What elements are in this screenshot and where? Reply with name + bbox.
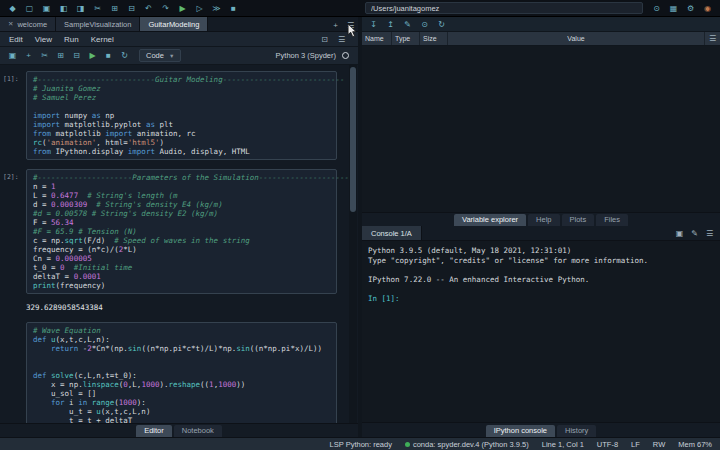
tab-notebook[interactable]: Notebook	[174, 425, 222, 437]
tab-files[interactable]: Files	[596, 214, 628, 226]
search-icon[interactable]: ⊙	[417, 17, 432, 32]
tab-label: SampleVisualization	[64, 20, 131, 29]
console-tabbar: Console 1/A ▣✎☰	[362, 226, 720, 241]
menu-kernel[interactable]: Kernel	[91, 35, 114, 44]
save-data-icon[interactable]: ↥	[383, 17, 398, 32]
header-menu-icon[interactable]: ☰	[705, 32, 720, 46]
interpreter-label: conda: spyder.dev.4 (Python 3.9.5)	[413, 440, 529, 449]
run-icon[interactable]: ▶	[175, 0, 190, 17]
code-line: print(frequency)	[33, 281, 330, 290]
undo-icon[interactable]: ↶	[141, 0, 156, 17]
interpreter-status[interactable]: conda: spyder.dev.4 (Python 3.9.5)	[405, 440, 529, 449]
tab-ipython-console[interactable]: IPython console	[486, 425, 555, 437]
rename-console-icon[interactable]: ✎	[687, 226, 702, 240]
code-cell-1[interactable]: [1]: #--------------------------Guitar M…	[26, 71, 337, 160]
menu-view[interactable]: View	[35, 35, 52, 44]
python-env-icon[interactable]: ◉	[700, 0, 715, 17]
spyder-logo-icon[interactable]: ◆	[5, 0, 20, 17]
undock-pane-icon[interactable]: ⊡	[317, 31, 332, 48]
cell-code: #---------------------Parameters of the …	[33, 173, 330, 290]
save-notebook-icon[interactable]: ▣	[5, 47, 20, 65]
edit-data-icon[interactable]: ✎	[400, 17, 415, 32]
restart-kernel-icon[interactable]: ↻	[117, 47, 132, 65]
close-icon[interactable]: ✕	[8, 20, 13, 28]
code-line	[33, 102, 330, 111]
console-tab-icons: ▣✎☰	[672, 226, 720, 240]
save-all-icon[interactable]: ◨	[73, 0, 88, 17]
cell-type-select[interactable]: Code ▼	[139, 49, 181, 62]
console-tab-label: Console 1/A	[371, 229, 412, 238]
run-cell-icon[interactable]: ▷	[192, 0, 207, 17]
code-line: u_t = u(x,t,c,L,n)	[33, 407, 330, 416]
code-line: deltaT = 0.0001	[33, 272, 330, 281]
toolbar-left-icons: ◆▢▣◧◨✂⊞⊟↶↷▶▷≫■	[5, 0, 241, 17]
column-type[interactable]: Type	[392, 32, 420, 45]
right-top-pane-tabs: Variable explorer Help Plots Files	[362, 212, 720, 226]
interrupt-console-icon[interactable]: ▣	[672, 226, 687, 240]
code-line: # Wave Equation	[33, 326, 330, 335]
encoding-status: UTF-8	[597, 440, 618, 449]
conda-status-dot-icon	[405, 442, 410, 447]
cell-type-label: Code	[146, 51, 164, 60]
preferences-icon[interactable]: ⚙	[683, 0, 698, 17]
layout-icon[interactable]: ▦	[666, 0, 681, 17]
column-size[interactable]: Size	[420, 32, 448, 45]
status-bar: LSP Python: ready conda: spyder.dev.4 (P…	[0, 437, 720, 450]
scrollbar-thumb[interactable]	[350, 67, 356, 212]
console-menu-icon[interactable]: ☰	[702, 226, 717, 240]
cursor-position-status: Line 1, Col 1	[542, 440, 584, 449]
refresh-icon[interactable]: ↻	[434, 17, 449, 32]
new-cell-icon[interactable]: +	[21, 47, 36, 65]
eol-status: LF	[631, 440, 640, 449]
paste-cell-icon[interactable]: ⊟	[69, 47, 84, 65]
tab-label: GuitarModeling	[148, 20, 199, 29]
code-line	[33, 362, 330, 371]
code-line: n = 1	[33, 182, 330, 191]
redo-icon[interactable]: ↷	[158, 0, 173, 17]
tab-help[interactable]: Help	[528, 214, 559, 226]
notebook-menubar: Edit View Run Kernel ⊡☰	[0, 32, 358, 47]
tab-welcome[interactable]: ✕ welcome	[0, 17, 56, 31]
kernel-name-label: Python 3 (Spyder)	[276, 51, 336, 60]
new-tab-icon[interactable]: +	[328, 17, 343, 31]
menu-run[interactable]: Run	[64, 35, 79, 44]
console-line: IPython 7.22.0 -- An enhanced Interactiv…	[368, 275, 714, 285]
tab-plots[interactable]: Plots	[562, 214, 595, 226]
tab-editor[interactable]: Editor	[136, 425, 172, 437]
code-line: L = 0.6477 # String's length (m	[33, 191, 330, 200]
column-name[interactable]: Name	[362, 32, 392, 45]
tab-console-1a[interactable]: Console 1/A	[362, 226, 422, 240]
new-file-icon[interactable]: ▢	[22, 0, 37, 17]
menu-edit[interactable]: Edit	[9, 35, 23, 44]
code-line: x = np.linspace(0,L,1000).reshape((1,100…	[33, 380, 330, 389]
run-selection-icon[interactable]: ≫	[209, 0, 224, 17]
column-value[interactable]: Value	[448, 32, 705, 45]
notebook-editor[interactable]: [1]: #--------------------------Guitar M…	[0, 65, 358, 423]
save-icon[interactable]: ◧	[56, 0, 71, 17]
paste-icon[interactable]: ⊟	[124, 0, 139, 17]
notebook-toolbar: ▣+✂⊞⊟▶■↻ Code ▼ Python 3 (Spyder)	[0, 47, 358, 65]
open-file-icon[interactable]: ▣	[39, 0, 54, 17]
stop-icon[interactable]: ■	[226, 0, 241, 17]
editor-tabbar: ✕ welcome SampleVisualization GuitarMode…	[0, 17, 358, 32]
cut-cell-icon[interactable]: ✂	[37, 47, 52, 65]
ipython-console[interactable]: Python 3.9.5 (default, May 18 2021, 12:3…	[362, 241, 720, 422]
variable-explorer-table[interactable]	[362, 46, 720, 212]
interrupt-kernel-icon[interactable]: ■	[101, 47, 116, 65]
copy-cell-icon[interactable]: ⊞	[53, 47, 68, 65]
memory-status: Mem 67%	[678, 440, 712, 449]
search-icon[interactable]: ⊙	[649, 0, 664, 17]
tab-variable-explorer[interactable]: Variable explorer	[454, 214, 526, 226]
code-cell-3[interactable]: # Wave Equationdef u(x,t,c,L,n): return …	[26, 322, 337, 423]
cut-icon[interactable]: ✂	[90, 0, 105, 17]
code-cell-2[interactable]: [2]: #---------------------Parameters of…	[26, 169, 337, 294]
import-data-icon[interactable]: ↧	[366, 17, 381, 32]
working-directory-input[interactable]	[365, 2, 643, 14]
editor-scrollbar[interactable]	[349, 65, 357, 423]
code-line: # Samuel Perez	[33, 93, 330, 102]
run-cell-icon[interactable]: ▶	[85, 47, 100, 65]
copy-icon[interactable]: ⊞	[107, 0, 122, 17]
tab-guitarmodeling[interactable]: GuitarModeling	[140, 17, 208, 31]
tab-samplevisualization[interactable]: SampleVisualization	[56, 17, 140, 31]
tab-history[interactable]: History	[557, 425, 596, 437]
